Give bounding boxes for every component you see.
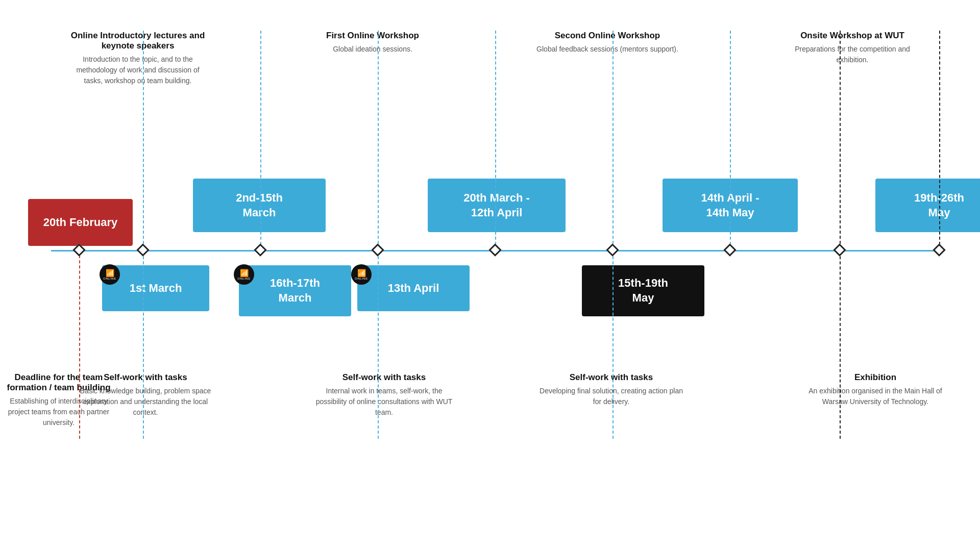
event-may15-19: 15th-19thMay: [582, 265, 704, 316]
bottom-label-selfwork1-title: Self-work with tasks: [77, 372, 214, 383]
vline-apr14-may14: [730, 31, 731, 250]
diamond-mar20-apr12: [488, 243, 501, 256]
bottom-label-selfwork2: Self-work with tasks Internal work in te…: [311, 372, 457, 418]
vline-mar20-apr12: [495, 31, 496, 250]
top-label-onsite-workshop-title: Onsite Workshop at WUT: [781, 31, 924, 41]
diamond-may15-19: [833, 243, 846, 256]
vline-feb20: [79, 250, 80, 439]
top-label-intro-desc: Introduction to the topic, and to the me…: [66, 54, 209, 86]
bottom-label-exhibition-desc: An exhibition organised in the Main Hall…: [796, 386, 954, 407]
vline-may15-19: [840, 31, 841, 439]
vline-apr13: [612, 31, 614, 439]
event-feb20: 20th February: [28, 199, 133, 246]
diamond-mar2-15: [254, 243, 266, 256]
diamond-apr14-may14: [723, 243, 736, 256]
bottom-label-selfwork3-title: Self-work with tasks: [536, 372, 687, 383]
top-label-first-workshop-desc: Global ideation sessions.: [301, 44, 444, 55]
bottom-label-selfwork1: Self-work with tasks Basic knowledge bui…: [77, 372, 214, 418]
timeline-container: Online Introductory lectures and keynote…: [0, 0, 980, 551]
vline-mar16-17: [378, 31, 379, 439]
bottom-label-selfwork3-desc: Developing final solution, creating acti…: [536, 386, 687, 407]
top-label-onsite-workshop: Onsite Workshop at WUT Preparations for …: [781, 31, 924, 65]
vline-may19-26: [939, 31, 940, 250]
diamond-may19-26: [933, 243, 945, 256]
top-label-second-workshop-desc: Global feedback sessions (mentors suppor…: [536, 44, 679, 55]
online-badge-apr13: 📶 ONLINE: [351, 264, 372, 285]
online-badge-mar1: 📶 ONLINE: [100, 264, 120, 285]
event-mar2-15: 2nd-15thMarch: [193, 179, 326, 232]
bottom-label-selfwork2-desc: Internal work in teams, self-work, the p…: [311, 386, 457, 418]
top-label-feb-intro: Online Introductory lectures and keynote…: [66, 31, 209, 86]
top-label-first-workshop-title: First Online Workshop: [301, 31, 444, 41]
top-label-second-workshop: Second Online Workshop Global feedback s…: [536, 31, 679, 55]
bottom-label-selfwork3: Self-work with tasks Developing final so…: [536, 372, 687, 407]
event-apr13: 13th April: [357, 265, 470, 311]
top-label-onsite-workshop-desc: Preparations for the competition and exh…: [781, 44, 924, 65]
online-badge-mar16-17: 📶 ONLINE: [234, 264, 254, 285]
bottom-label-exhibition-title: Exhibition: [796, 372, 954, 383]
bottom-label-exhibition: Exhibition An exhibition organised in th…: [796, 372, 954, 407]
diamond-mar1: [136, 243, 149, 256]
event-may19-26: 19th-26thMay: [875, 179, 980, 232]
bottom-label-selfwork2-title: Self-work with tasks: [311, 372, 457, 383]
event-mar16-17: 16th-17thMarch: [239, 265, 351, 316]
diamond-apr13: [606, 243, 619, 256]
bottom-label-selfwork1-desc: Basic knowledge building, problem space …: [77, 386, 214, 418]
diamond-mar16-17: [371, 243, 384, 256]
vline-mar1: [143, 31, 144, 439]
top-label-intro-title: Online Introductory lectures and keynote…: [66, 31, 209, 51]
top-label-first-workshop: First Online Workshop Global ideation se…: [301, 31, 444, 55]
top-label-second-workshop-title: Second Online Workshop: [536, 31, 679, 41]
vline-mar2-15: [260, 31, 261, 250]
event-mar20-apr12: 20th March -12th April: [428, 179, 566, 232]
